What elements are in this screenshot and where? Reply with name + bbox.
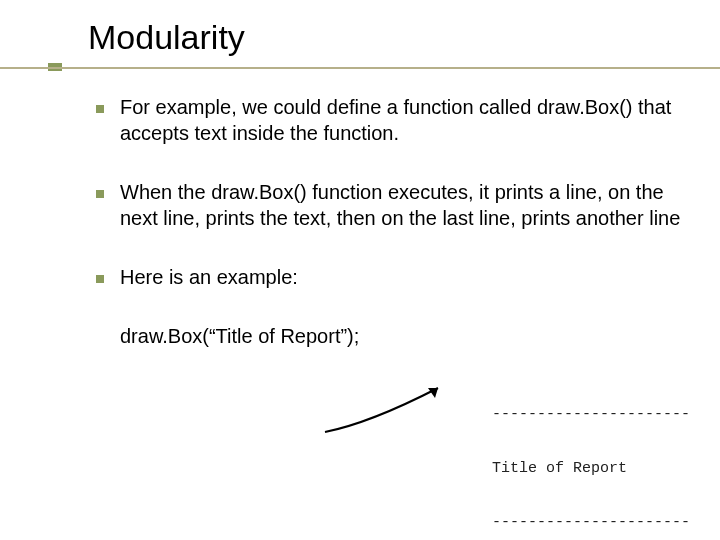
- underline-rule: [0, 67, 720, 69]
- code-call: draw.Box(“Title of Report”);: [120, 325, 692, 348]
- svg-marker-0: [428, 388, 438, 398]
- output-line: ----------------------: [492, 406, 690, 424]
- arrow-icon: [320, 380, 450, 440]
- bullet-item: For example, we could define a function …: [96, 95, 692, 146]
- slide-body: For example, we could define a function …: [88, 95, 692, 348]
- slide-title: Modularity: [88, 18, 692, 57]
- output-line: ----------------------: [492, 514, 690, 532]
- code-output: ---------------------- Title of Report -…: [492, 370, 690, 540]
- bullet-list: For example, we could define a function …: [96, 95, 692, 291]
- slide: Modularity For example, we could define …: [0, 0, 720, 540]
- output-line: Title of Report: [492, 460, 690, 478]
- title-underline: [88, 63, 692, 75]
- bullet-item: When the draw.Box() function executes, i…: [96, 180, 692, 231]
- bullet-item: Here is an example:: [96, 265, 692, 291]
